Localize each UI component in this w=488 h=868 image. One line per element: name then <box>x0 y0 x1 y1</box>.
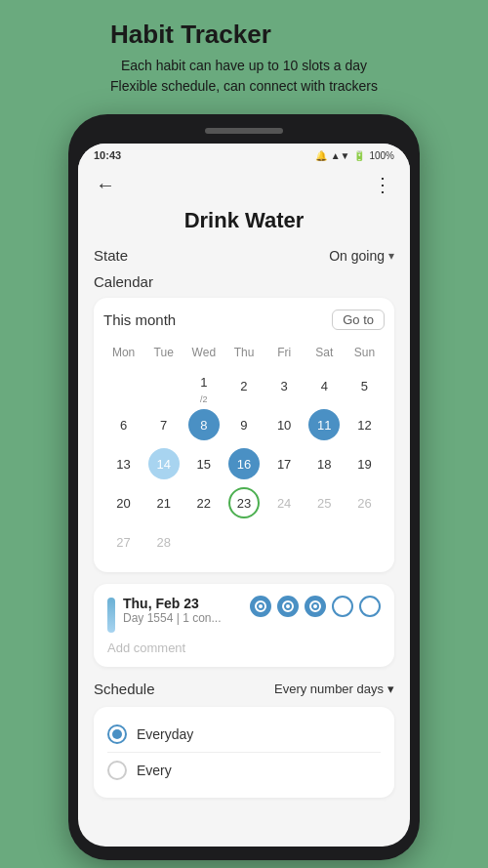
status-icons: 🔔 ▲▼ 🔋 100% <box>315 150 394 161</box>
calendar-grid: Mon Tue Wed Thu Fri Sat Sun 1 <box>103 340 385 560</box>
schedule-every-option[interactable]: Every <box>107 755 381 786</box>
back-button[interactable]: ← <box>92 170 119 200</box>
cal-day-12[interactable]: 12 <box>345 406 385 443</box>
schedule-row: Schedule Every number days ▾ <box>94 681 394 697</box>
cal-day-22[interactable]: 22 <box>183 484 224 521</box>
app-title: Habit Tracker <box>110 20 378 50</box>
cal-day-23[interactable]: 23 <box>224 484 264 521</box>
cal-day-28[interactable]: 28 <box>143 523 183 560</box>
calendar-week4: 20 21 22 23 24 25 26 <box>103 484 385 521</box>
cal-day-27[interactable]: 27 <box>103 523 143 560</box>
weekday-sat: Sat <box>305 340 345 365</box>
calendar-week3: 13 14 15 16 17 18 19 <box>103 445 385 482</box>
cal-day-11[interactable]: 11 <box>305 406 345 443</box>
cal-day-empty1 <box>103 367 143 404</box>
habit-circle-1[interactable] <box>250 596 271 617</box>
cal-day-empty5 <box>264 523 305 560</box>
battery-percent: 100% <box>369 150 394 161</box>
cal-day-25[interactable]: 25 <box>305 484 345 521</box>
top-bar: ← ⋮ <box>78 165 410 208</box>
cal-day-3[interactable]: 3 <box>264 367 305 404</box>
schedule-dropdown[interactable]: Every number days ▾ <box>274 682 394 696</box>
cal-day-empty3 <box>183 523 224 560</box>
cal-day-15[interactable]: 15 <box>183 445 224 482</box>
detail-text-block: Thu, Feb 23 Day 1554 | 1 con... <box>123 596 222 625</box>
schedule-everyday-option[interactable]: Everyday <box>107 719 381 750</box>
state-row: State On going ▾ <box>94 247 394 264</box>
schedule-value-text: Every number days <box>274 682 384 696</box>
app-subtitle: Each habit can have up to 10 slots a day… <box>110 56 378 97</box>
cal-day-2[interactable]: 2 <box>224 367 264 404</box>
everyday-label: Everyday <box>137 726 193 742</box>
goto-button[interactable]: Go to <box>332 310 385 330</box>
detail-top-row: Thu, Feb 23 Day 1554 | 1 con... <box>107 596 381 633</box>
cal-day-5[interactable]: 5 <box>345 367 385 404</box>
calendar-week2: 6 7 8 9 10 11 12 <box>103 406 385 443</box>
cal-day-16[interactable]: 16 <box>224 445 264 482</box>
subtitle-line1: Each habit can have up to 10 slots a day <box>121 58 367 73</box>
cal-day-18[interactable]: 18 <box>305 445 345 482</box>
weekday-wed: Wed <box>183 340 224 365</box>
signal-icon: 🔔 <box>315 150 327 161</box>
detail-card: Thu, Feb 23 Day 1554 | 1 con... <box>94 584 394 667</box>
state-chevron-icon: ▾ <box>388 249 394 263</box>
calendar-card: This month Go to Mon Tue Wed Thu Fri Sat… <box>94 298 394 572</box>
cal-day-4[interactable]: 4 <box>305 367 345 404</box>
state-label: State <box>94 247 128 264</box>
cal-day-10[interactable]: 10 <box>264 406 305 443</box>
cal-day-empty6 <box>305 523 345 560</box>
weekday-thu: Thu <box>224 340 264 365</box>
weekday-mon: Mon <box>103 340 143 365</box>
phone-frame: 10:43 🔔 ▲▼ 🔋 100% ← ⋮ Drink Water State … <box>68 114 420 860</box>
cal-day-13[interactable]: 13 <box>103 445 143 482</box>
every-radio[interactable] <box>107 761 127 780</box>
schedule-card: Everyday Every <box>94 707 394 798</box>
cal-day-26[interactable]: 26 <box>345 484 385 521</box>
status-time: 10:43 <box>94 149 121 161</box>
state-dropdown[interactable]: On going ▾ <box>329 248 394 264</box>
wifi-icon: ▲▼ <box>331 150 350 161</box>
weekday-tue: Tue <box>143 340 183 365</box>
calendar-label: Calendar <box>94 273 394 290</box>
cal-day-20[interactable]: 20 <box>103 484 143 521</box>
phone-notch <box>205 128 283 134</box>
add-comment-button[interactable]: Add comment <box>107 641 381 655</box>
cal-day-1[interactable]: 1 /2 <box>183 367 224 404</box>
svg-point-3 <box>286 604 290 608</box>
cal-day-17[interactable]: 17 <box>264 445 305 482</box>
cal-day-empty2 <box>143 367 183 404</box>
habit-circle-5[interactable] <box>359 596 381 617</box>
cal-day-6[interactable]: 6 <box>103 406 143 443</box>
calendar-week5: 27 28 <box>103 523 385 560</box>
detail-left: Thu, Feb 23 Day 1554 | 1 con... <box>107 596 222 633</box>
cal-day-14[interactable]: 14 <box>143 445 183 482</box>
svg-point-5 <box>313 604 317 608</box>
habit-circle-2[interactable] <box>277 596 299 617</box>
detail-circles <box>250 596 381 617</box>
status-bar: 10:43 🔔 ▲▼ 🔋 100% <box>78 144 410 165</box>
schedule-divider <box>107 752 381 753</box>
this-month-label: This month <box>103 311 176 328</box>
detail-date: Thu, Feb 23 <box>123 596 222 611</box>
battery-icon: 🔋 <box>353 150 365 161</box>
cal-day-7[interactable]: 7 <box>143 406 183 443</box>
everyday-radio[interactable] <box>107 724 127 744</box>
habit-circle-3[interactable] <box>305 596 326 617</box>
calendar-weekday-row: Mon Tue Wed Thu Fri Sat Sun <box>103 340 385 365</box>
habit-circle-4[interactable] <box>332 596 353 617</box>
state-value-text: On going <box>329 248 385 264</box>
everyday-radio-fill <box>112 729 122 739</box>
cal-day-24[interactable]: 24 <box>264 484 305 521</box>
phone-screen: 10:43 🔔 ▲▼ 🔋 100% ← ⋮ Drink Water State … <box>78 144 410 847</box>
cal-day-9[interactable]: 9 <box>224 406 264 443</box>
cal-day-8[interactable]: 8 <box>183 406 224 443</box>
calendar-week1: 1 /2 2 3 4 5 <box>103 367 385 404</box>
calendar-header: This month Go to <box>103 310 385 330</box>
more-button[interactable]: ⋮ <box>369 169 396 200</box>
svg-point-1 <box>259 604 263 608</box>
cal-day-empty7 <box>345 523 385 560</box>
weekday-sun: Sun <box>345 340 385 365</box>
schedule-label: Schedule <box>94 681 155 697</box>
cal-day-19[interactable]: 19 <box>345 445 385 482</box>
cal-day-21[interactable]: 21 <box>143 484 183 521</box>
